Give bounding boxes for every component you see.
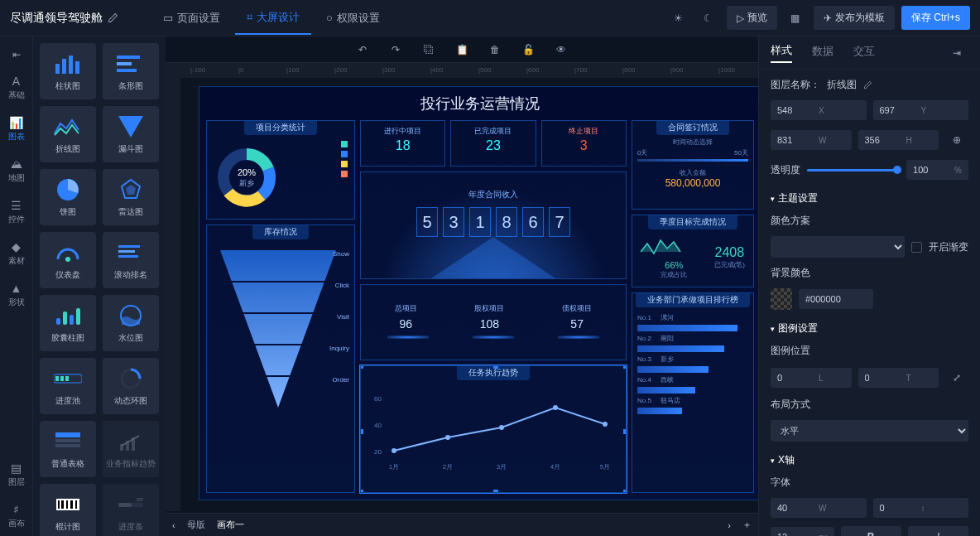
section-theme[interactable]: 主题设置 <box>771 191 968 205</box>
section-legend[interactable]: 图例设置 <box>771 321 968 336</box>
palette-progress2[interactable]: 58%进度条 <box>103 484 159 536</box>
donut-label: 新乡 <box>239 179 254 187</box>
collapse-panel-icon[interactable]: ⇥ <box>945 41 968 65</box>
palette-bar-chart[interactable]: 柱状图 <box>40 43 96 99</box>
next-canvas-icon[interactable]: › <box>728 520 731 530</box>
add-canvas-icon[interactable]: ＋ <box>742 519 752 531</box>
input-w[interactable]: W <box>771 130 852 150</box>
layer-name: 折线图 <box>827 78 857 92</box>
tab-permissions[interactable]: ○权限设置 <box>315 2 392 35</box>
tab-canvas1[interactable]: 画布一 <box>217 519 244 531</box>
color-scheme-select[interactable] <box>771 236 905 258</box>
panel-rank[interactable]: 业务部门承做项目排行榜 No.1漯河 No.2南阳 No.3新乡 No.4西峡 … <box>632 292 754 493</box>
legend-t-input[interactable]: T <box>858 368 939 388</box>
props-tab-style[interactable]: 样式 <box>771 43 792 63</box>
svg-marker-46 <box>419 237 568 279</box>
font-px-input[interactable]: px <box>771 527 834 536</box>
legend-align-icon[interactable]: ⤢ <box>945 366 968 389</box>
paste-icon[interactable]: 📋 <box>450 38 473 61</box>
preview-button[interactable]: ▷ 预览 <box>727 6 777 30</box>
gradient-checkbox[interactable] <box>911 242 922 253</box>
svg-rect-17 <box>70 315 74 325</box>
rail-chart[interactable]: 📊图表 <box>2 109 31 149</box>
redo-icon[interactable]: ↷ <box>384 38 407 61</box>
font-offset-input[interactable]: ↕ <box>873 498 969 518</box>
rail-material[interactable]: ◆素材 <box>2 234 31 273</box>
palette-line-chart[interactable]: 折线图 <box>40 106 96 162</box>
panel-quarter[interactable]: 季度目标完成情况 66% 完成占比 2408 已完成(笔) <box>632 215 754 287</box>
panel-classify[interactable]: 项目分类统计 20% 新乡 <box>206 120 355 220</box>
rail-canvas[interactable]: ♯画布 <box>2 496 31 536</box>
rail-controls[interactable]: ☰控件 <box>2 192 31 232</box>
italic-button[interactable]: I <box>908 526 968 536</box>
lock-icon[interactable]: 🔓 <box>516 38 540 61</box>
panel-task-trend[interactable]: 任务执行趋势 60 40 20 1月 2月 3月 4月 <box>360 365 627 493</box>
edit-icon[interactable] <box>108 12 118 23</box>
svg-point-52 <box>499 425 504 430</box>
svg-rect-34 <box>66 500 68 509</box>
prev-canvas-icon[interactable]: ‹ <box>172 520 175 530</box>
palette-trend[interactable]: 业务指标趋势 <box>103 421 159 477</box>
panel-projects[interactable]: 总项目96 股权项目108 债权项目57 <box>360 284 627 360</box>
palette-progress-pool[interactable]: 进度池 <box>40 358 96 414</box>
tab-page-settings[interactable]: ▭页面设置 <box>151 2 232 35</box>
undo-icon[interactable]: ↶ <box>351 38 374 61</box>
panel-contract[interactable]: 合同签订情况 时间动态选择 0天50天 收入金额 580,000,000 <box>632 120 754 210</box>
svg-rect-22 <box>60 376 64 381</box>
bold-button[interactable]: B <box>841 526 901 536</box>
palette-strip[interactable]: 棍计图 <box>40 484 96 536</box>
svg-rect-35 <box>70 500 73 509</box>
rail-layer[interactable]: ▤图层 <box>2 455 31 495</box>
theme-dark-icon[interactable]: ☾ <box>697 7 720 30</box>
delete-icon[interactable]: 🗑 <box>483 38 507 61</box>
svg-rect-16 <box>63 311 67 325</box>
rail-shape[interactable]: ▲形状 <box>2 275 31 315</box>
palette-radar-chart[interactable]: 雷达图 <box>103 169 159 225</box>
palette-water-level[interactable]: 水位图 <box>103 295 159 351</box>
props-tab-data[interactable]: 数据 <box>812 44 833 62</box>
palette-dynamic-ring[interactable]: 动态环图 <box>103 358 159 414</box>
opacity-input[interactable]: % <box>906 160 968 180</box>
copy-icon[interactable]: ⿻ <box>417 38 440 61</box>
input-x[interactable]: X <box>771 100 867 120</box>
layout-select[interactable]: 水平 <box>771 420 968 442</box>
visible-icon[interactable]: 👁 <box>550 38 573 61</box>
palette-table[interactable]: 普通表格 <box>40 421 96 477</box>
save-button[interactable]: 保存 Ctrl+s <box>901 6 970 30</box>
opacity-slider[interactable] <box>807 169 900 171</box>
rail-basic[interactable]: A基础 <box>2 68 31 108</box>
grid-icon[interactable]: ▦ <box>784 7 807 30</box>
palette-gauge[interactable]: 仪表盘 <box>40 232 96 288</box>
palette-funnel-chart[interactable]: 漏斗图 <box>103 106 159 162</box>
svg-rect-12 <box>118 245 140 248</box>
input-h[interactable]: H <box>858 130 939 150</box>
props-tab-interact[interactable]: 交互 <box>853 44 875 62</box>
legend-l-input[interactable]: L <box>771 368 852 388</box>
publish-template-button[interactable]: ✈ 发布为模板 <box>814 6 895 30</box>
stat-stopped[interactable]: 终止项目3 <box>541 120 627 167</box>
stat-inprogress[interactable]: 进行中项目18 <box>360 120 445 167</box>
bg-color-input[interactable] <box>799 289 873 309</box>
rail-map[interactable]: ⛰地图 <box>2 151 31 191</box>
stat-done[interactable]: 已完成项目23 <box>450 120 536 167</box>
lock-aspect-icon[interactable]: ⊕ <box>945 128 968 152</box>
panel-annual[interactable]: 年度合同收入 5 3 1 8 6 7 <box>360 171 627 279</box>
palette-hbar-chart[interactable]: 条形图 <box>103 43 159 99</box>
section-xaxis[interactable]: X轴 <box>771 453 968 467</box>
collapse-rail-icon[interactable]: ⇤ <box>5 43 28 66</box>
ruler-vertical <box>166 78 180 511</box>
dashboard-canvas[interactable]: 投行业务运营情况 项目分类统计 20% 新乡 <box>199 86 758 500</box>
palette-scroll-rank[interactable]: 滚动排名 <box>103 232 159 288</box>
edit-icon[interactable] <box>863 80 872 89</box>
font-w-input[interactable]: W <box>771 498 867 518</box>
palette-capsule-bar[interactable]: 胶囊柱图 <box>40 295 96 351</box>
theme-light-icon[interactable]: ☀ <box>667 7 690 30</box>
tab-master[interactable]: 母版 <box>187 519 205 531</box>
svg-rect-32 <box>58 500 60 509</box>
palette-pie-chart[interactable]: 饼图 <box>40 169 96 225</box>
tab-big-screen[interactable]: ⌗大屏设计 <box>235 2 311 35</box>
bg-color-swatch[interactable] <box>771 288 792 310</box>
svg-marker-41 <box>220 250 336 408</box>
input-y[interactable]: Y <box>873 100 969 120</box>
panel-stock[interactable]: 库存情况 Show Click Visit <box>206 225 355 493</box>
